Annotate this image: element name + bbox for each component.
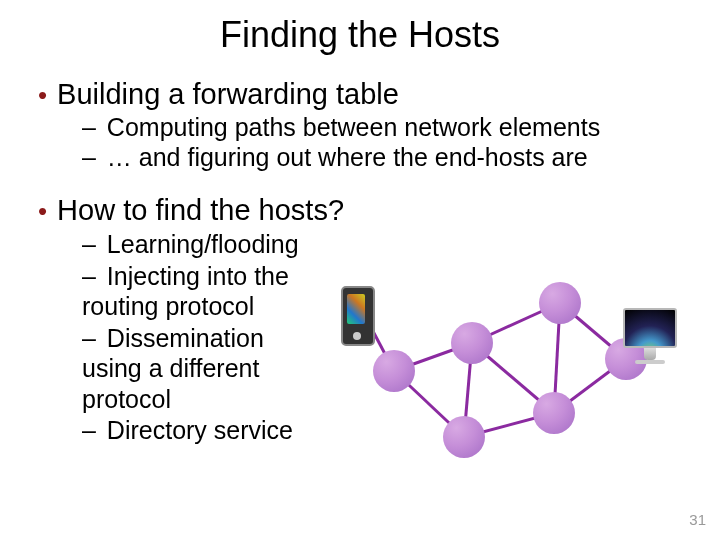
page-number: 31 xyxy=(689,511,706,528)
bullet-2-text: How to find the hosts? xyxy=(57,194,344,226)
dash-icon: – xyxy=(82,230,96,258)
bullet-1-text: Building a forwarding table xyxy=(57,78,399,110)
subbullet-2-4-text: Directory service xyxy=(107,416,293,444)
dash-icon: – xyxy=(82,416,96,444)
slide-title: Finding the Hosts xyxy=(0,14,720,56)
subbullet-1-1: – Computing paths between network elemen… xyxy=(38,113,700,142)
bullet-dot-icon: • xyxy=(38,196,47,226)
subbullet-2-4: – Directory service xyxy=(38,415,318,446)
dash-icon: – xyxy=(82,113,96,141)
subbullet-2-2-text: Injecting into the routing protocol xyxy=(82,262,289,321)
bullet-2: •How to find the hosts? xyxy=(38,194,700,227)
network-node xyxy=(451,322,493,364)
subbullet-1-2: – … and figuring out where the end-hosts… xyxy=(38,143,700,172)
dash-icon: – xyxy=(82,324,96,352)
network-node xyxy=(533,392,575,434)
dash-icon: – xyxy=(82,143,96,171)
network-node xyxy=(373,350,415,392)
subbullet-1-1-text: Computing paths between network elements xyxy=(107,113,600,141)
network-diagram xyxy=(345,266,665,486)
network-node xyxy=(443,416,485,458)
network-node xyxy=(539,282,581,324)
desktop-computer-icon xyxy=(623,308,677,368)
subbullet-2-3-text: Dissemination using a different protocol xyxy=(82,324,264,413)
bullet-dot-icon: • xyxy=(38,80,47,110)
subbullet-2-3: – Dissemination using a different protoc… xyxy=(38,323,318,415)
smartphone-icon xyxy=(341,286,375,346)
bullet-1: •Building a forwarding table xyxy=(38,78,700,111)
subbullet-2-2: – Injecting into the routing protocol xyxy=(38,261,318,322)
subbullet-2-1-text: Learning/flooding xyxy=(107,230,299,258)
dash-icon: – xyxy=(82,262,96,290)
subbullet-1-2-text: … and figuring out where the end-hosts a… xyxy=(107,143,588,171)
subbullet-2-1: – Learning/flooding xyxy=(38,229,318,260)
